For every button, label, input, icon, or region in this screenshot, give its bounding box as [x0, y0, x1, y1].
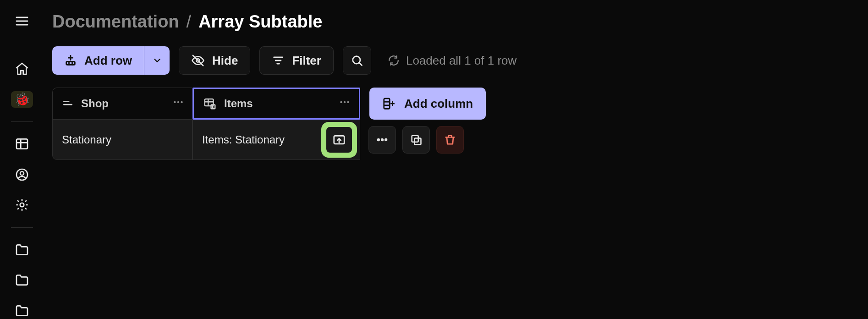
expand-highlight	[321, 122, 357, 158]
add-row-dropdown[interactable]	[144, 46, 170, 75]
add-row-icon	[64, 54, 77, 67]
text-column-icon	[62, 98, 74, 110]
add-row-label: Add row	[84, 54, 132, 68]
hide-button[interactable]: Hide	[179, 46, 250, 75]
svg-point-8	[20, 203, 24, 207]
chevron-down-icon	[152, 55, 162, 66]
data-table: Shop Items Add column	[52, 88, 868, 160]
svg-point-23	[174, 101, 176, 103]
column-header-shop[interactable]: Shop	[52, 88, 192, 120]
folder-button-2[interactable]	[11, 272, 33, 289]
project-ladybug-button[interactable]: 🐞	[11, 91, 33, 108]
filter-icon	[272, 54, 285, 67]
expand-subtable-button[interactable]	[326, 127, 352, 153]
svg-point-25	[181, 101, 182, 103]
cell-items[interactable]: Items: Stationary	[192, 120, 360, 160]
dots-horizontal-icon	[339, 96, 351, 108]
ladybug-icon: 🐞	[14, 92, 30, 107]
svg-rect-11	[66, 61, 75, 65]
breadcrumb: Documentation / Array Subtable	[52, 12, 868, 32]
table-row: Stationary Items: Stationary	[52, 120, 868, 160]
page-title: Array Subtable	[198, 12, 322, 32]
cell-shop-value: Stationary	[62, 133, 111, 146]
menu-button[interactable]	[11, 13, 33, 30]
folder-button-3[interactable]	[11, 302, 33, 319]
svg-point-32	[344, 101, 346, 103]
duplicate-row-button[interactable]	[402, 126, 430, 154]
users-button[interactable]	[11, 166, 33, 183]
folder-icon	[15, 303, 29, 318]
cell-shop[interactable]: Stationary	[52, 120, 192, 160]
row-actions	[368, 120, 464, 160]
add-row-button[interactable]: Add row	[52, 46, 144, 75]
folder-icon	[15, 242, 29, 257]
duplicate-icon	[410, 133, 423, 146]
settings-button[interactable]	[11, 197, 33, 214]
trash-icon	[444, 133, 456, 146]
svg-line-20	[359, 63, 362, 66]
svg-point-7	[20, 171, 24, 175]
main-content: Documentation / Array Subtable Add row H…	[44, 0, 868, 319]
table-icon	[15, 137, 29, 151]
column-menu-shop[interactable]	[172, 96, 184, 111]
hide-label: Hide	[212, 54, 238, 68]
svg-point-42	[381, 138, 383, 141]
eye-off-icon	[191, 54, 205, 67]
svg-point-33	[347, 101, 349, 103]
cell-items-value: Items: Stationary	[202, 133, 285, 146]
sidebar: 🐞	[0, 0, 44, 319]
gear-icon	[15, 198, 29, 212]
open-in-panel-icon	[332, 133, 346, 147]
column-header-items[interactable]: Items	[192, 88, 360, 120]
svg-point-31	[340, 101, 342, 103]
column-header-items-label: Items	[224, 97, 253, 110]
row-menu-button[interactable]	[368, 126, 396, 154]
sidebar-separator	[11, 121, 33, 122]
dots-horizontal-icon	[376, 133, 389, 146]
svg-point-43	[385, 138, 387, 141]
svg-rect-34	[384, 99, 390, 109]
add-column-label: Add column	[404, 97, 473, 111]
filter-label: Filter	[292, 54, 321, 68]
home-button[interactable]	[11, 60, 33, 77]
filter-button[interactable]: Filter	[259, 46, 334, 75]
load-status: Loaded all 1 of 1 row	[388, 54, 516, 68]
folder-icon	[15, 273, 29, 287]
column-menu-items[interactable]	[339, 96, 351, 111]
column-header-shop-label: Shop	[81, 97, 109, 110]
toolbar: Add row Hide Filter Loaded all 1 of 1 ro…	[52, 46, 868, 75]
svg-point-41	[377, 138, 379, 141]
add-row-button-group: Add row	[52, 46, 170, 75]
add-column-button[interactable]: Add column	[369, 88, 486, 120]
add-column-icon	[382, 97, 396, 110]
breadcrumb-root[interactable]: Documentation	[52, 12, 179, 32]
load-status-text: Loaded all 1 of 1 row	[406, 54, 516, 68]
subtable-column-icon	[203, 97, 217, 110]
home-icon	[15, 61, 29, 76]
tables-button[interactable]	[11, 136, 33, 153]
delete-row-button[interactable]	[436, 126, 464, 154]
sidebar-separator	[11, 227, 33, 228]
svg-point-24	[177, 101, 179, 103]
user-circle-icon	[15, 167, 29, 182]
folder-button-1[interactable]	[11, 241, 33, 258]
svg-rect-3	[16, 139, 27, 149]
breadcrumb-separator: /	[187, 12, 192, 32]
refresh-icon	[388, 55, 400, 66]
search-icon	[351, 54, 363, 67]
search-button[interactable]	[343, 46, 371, 75]
dots-horizontal-icon	[172, 96, 184, 108]
table-header-row: Shop Items Add column	[52, 88, 868, 120]
hamburger-icon	[15, 14, 29, 28]
